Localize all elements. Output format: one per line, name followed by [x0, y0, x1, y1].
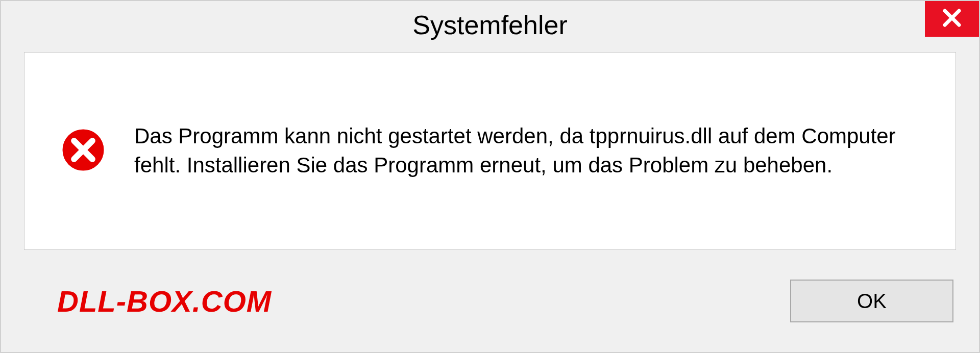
- close-button[interactable]: [925, 1, 979, 37]
- watermark-text: DLL-BOX.COM: [57, 284, 272, 318]
- dialog-title: Systemfehler: [412, 10, 567, 40]
- ok-button[interactable]: OK: [790, 280, 953, 322]
- footer: DLL-BOX.COM OK: [1, 250, 979, 352]
- content-area: Das Programm kann nicht gestartet werden…: [24, 52, 956, 250]
- ok-button-label: OK: [857, 290, 887, 313]
- close-icon: [942, 8, 962, 30]
- error-dialog: Systemfehler Das Programm kann nicht ges…: [0, 0, 980, 353]
- error-message: Das Programm kann nicht gestartet werden…: [134, 122, 920, 180]
- error-icon: [60, 127, 106, 175]
- titlebar: Systemfehler: [1, 1, 979, 49]
